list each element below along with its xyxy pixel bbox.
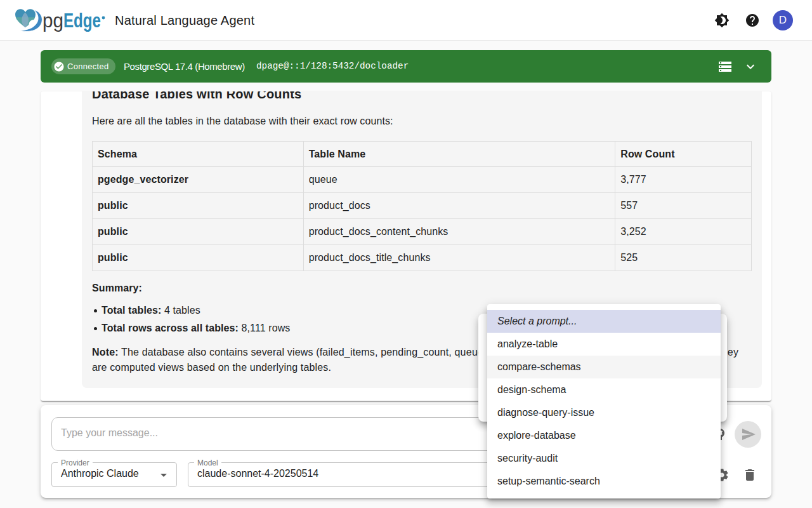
svg-text:pg: pg (43, 10, 63, 32)
svg-text:Edge: Edge (63, 10, 101, 32)
